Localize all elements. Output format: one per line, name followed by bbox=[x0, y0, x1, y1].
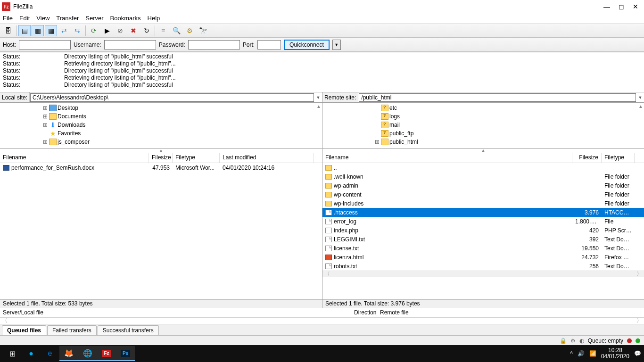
file-row[interactable]: LEGGIMI.txt392Text Docu... bbox=[322, 235, 644, 244]
tab-failed-transfers[interactable]: Failed transfers bbox=[47, 325, 97, 335]
menu-edit[interactable]: Edit bbox=[19, 15, 30, 22]
tree-item[interactable]: etc bbox=[322, 104, 644, 112]
site-manager-button[interactable]: 🗄 bbox=[2, 25, 14, 36]
disconnect-button[interactable]: ✖ bbox=[127, 25, 140, 36]
cancel-button[interactable]: ⊘ bbox=[114, 25, 126, 36]
gear-icon[interactable]: ⚙ bbox=[570, 337, 576, 344]
compare-button[interactable]: ⇆ bbox=[71, 25, 83, 36]
file-row[interactable]: wp-contentFile folder bbox=[322, 190, 644, 199]
file-row[interactable]: index.php420PHP Script bbox=[322, 226, 644, 235]
refresh-button[interactable]: ⟳ bbox=[88, 25, 100, 36]
horizontal-scrollbar[interactable]: 〈〉 bbox=[322, 271, 644, 277]
file-row[interactable]: wp-adminFile folder bbox=[322, 181, 644, 190]
toggle-queue-button[interactable]: ▦ bbox=[45, 25, 57, 36]
menu-server[interactable]: Server bbox=[85, 15, 103, 22]
search-icon[interactable]: 🔍 bbox=[170, 25, 182, 36]
column-header[interactable]: Server/Local file bbox=[0, 308, 351, 317]
tree-item[interactable]: mail bbox=[322, 121, 644, 129]
speedometer-icon[interactable]: ◐ bbox=[579, 337, 584, 344]
edge-icon[interactable]: e bbox=[41, 346, 59, 361]
file-row[interactable]: performance_for_SemRush.docx47.953Micros… bbox=[0, 163, 322, 172]
column-header[interactable]: Filetype bbox=[173, 153, 220, 163]
tree-item[interactable]: ⊞⬇Downloads bbox=[0, 121, 322, 129]
local-list-header: FilenameFilesizeFiletypeLast modified bbox=[0, 153, 322, 163]
settings-icon[interactable]: ⚙ bbox=[183, 25, 196, 36]
column-header[interactable]: Filetype bbox=[602, 153, 635, 163]
username-input[interactable] bbox=[104, 40, 156, 49]
column-header[interactable]: Last modified bbox=[220, 153, 314, 163]
remote-tree[interactable]: ▲ etclogsmailpublic_ftp⊞public_html bbox=[322, 103, 644, 149]
reconnect-button[interactable]: ↻ bbox=[140, 25, 153, 36]
local-file-list[interactable]: FilenameFilesizeFiletypeLast modified pe… bbox=[0, 153, 322, 299]
toggle-log-button[interactable]: ▤ bbox=[18, 25, 31, 36]
remote-file-list[interactable]: FilenameFilesizeFiletype ...well-knownFi… bbox=[322, 153, 644, 299]
tab-queued-files[interactable]: Queued files bbox=[2, 325, 46, 335]
tree-item[interactable]: logs bbox=[322, 112, 644, 121]
quickconnect-dropdown[interactable]: ▼ bbox=[332, 40, 341, 50]
file-row[interactable]: error_log1.800.622File bbox=[322, 217, 644, 226]
menu-bookmarks[interactable]: Bookmarks bbox=[110, 15, 141, 22]
tree-item[interactable]: ★Favorites bbox=[0, 129, 322, 138]
column-header[interactable]: Filesize bbox=[572, 153, 602, 163]
skype-icon[interactable]: ● bbox=[22, 346, 41, 361]
scroll-up-icon[interactable]: ▲ bbox=[638, 104, 643, 109]
file-row[interactable]: licenza.html24.732Firefox HT... bbox=[322, 253, 644, 262]
file-row[interactable]: license.txt19.550Text Docu... bbox=[322, 244, 644, 253]
transfer-pane[interactable]: Server/Local fileDirectionRemote file 〈〉 bbox=[0, 308, 644, 324]
close-button[interactable]: ✕ bbox=[633, 3, 638, 10]
menu-file[interactable]: File bbox=[3, 15, 13, 22]
start-button[interactable]: ⊞ bbox=[3, 346, 22, 361]
binoculars-icon[interactable]: 🔭 bbox=[197, 25, 209, 36]
tree-item[interactable]: ⊞js_composer bbox=[0, 138, 322, 146]
scroll-up-icon[interactable]: ▲ bbox=[316, 104, 321, 109]
lock-icon[interactable]: 🔒 bbox=[560, 337, 567, 344]
local-site-dropdown[interactable]: ▼ bbox=[314, 95, 322, 100]
splitter-grip[interactable]: ▲ bbox=[0, 149, 322, 153]
process-queue-button[interactable]: ▶ bbox=[101, 25, 113, 36]
volume-icon[interactable]: 🔊 bbox=[578, 350, 585, 357]
column-header[interactable]: Filename bbox=[322, 153, 572, 163]
column-header[interactable]: Direction bbox=[351, 308, 377, 317]
log-pane[interactable]: Status:Directory listing of "/public_htm… bbox=[0, 52, 644, 92]
host-input[interactable] bbox=[19, 40, 71, 49]
notifications-icon[interactable]: 💬 bbox=[634, 350, 641, 357]
tab-successful-transfers[interactable]: Successful transfers bbox=[98, 325, 159, 335]
quickconnect-button[interactable]: Quickconnect bbox=[284, 40, 330, 50]
maximize-button[interactable]: ◻ bbox=[619, 3, 624, 10]
tree-item[interactable]: ⊞Documents bbox=[0, 112, 322, 121]
column-header[interactable]: Filesize bbox=[149, 153, 173, 163]
file-row[interactable]: .htaccess3.976HTACCESS... bbox=[322, 208, 644, 217]
remote-site-input[interactable] bbox=[359, 93, 636, 102]
tree-item[interactable]: ⊞Desktop bbox=[0, 104, 322, 112]
filezilla-taskbar-icon[interactable]: Fz bbox=[97, 346, 116, 361]
tray-chevron-icon[interactable]: ^ bbox=[570, 350, 573, 357]
quickconnect-bar: Host: Username: Password: Port: Quickcon… bbox=[0, 38, 644, 52]
column-header[interactable]: Filename bbox=[0, 153, 149, 163]
splitter-grip[interactable]: ▲ bbox=[322, 149, 644, 153]
password-input[interactable] bbox=[188, 40, 240, 49]
firefox-icon[interactable]: 🦊 bbox=[59, 346, 78, 361]
port-input[interactable] bbox=[257, 40, 281, 49]
minimize-button[interactable]: — bbox=[603, 3, 610, 10]
filter-button[interactable]: ≡ bbox=[157, 25, 169, 36]
toggle-tree-button[interactable]: ▥ bbox=[32, 25, 44, 36]
local-site-input[interactable] bbox=[30, 93, 314, 102]
local-tree[interactable]: ▲ ⊞Desktop⊞Documents⊞⬇Downloads★Favorite… bbox=[0, 103, 322, 149]
transfer-hscroll[interactable]: 〈〉 bbox=[0, 318, 644, 323]
tree-item[interactable]: public_ftp bbox=[322, 129, 644, 138]
sync-browsing-button[interactable]: ⇄ bbox=[58, 25, 70, 36]
file-row[interactable]: .. bbox=[322, 163, 644, 172]
tree-item[interactable]: ⊞public_html bbox=[322, 138, 644, 146]
photoshop-icon[interactable]: Ps bbox=[116, 346, 135, 361]
file-row[interactable]: robots.txt256Text Docu... bbox=[322, 262, 644, 271]
column-header[interactable]: Remote file bbox=[377, 308, 641, 317]
menu-help[interactable]: Help bbox=[148, 15, 160, 22]
file-row[interactable]: wp-includesFile folder bbox=[322, 199, 644, 208]
menu-view[interactable]: View bbox=[36, 15, 50, 22]
network-icon[interactable]: 📶 bbox=[589, 350, 596, 357]
file-row[interactable]: .well-knownFile folder bbox=[322, 172, 644, 181]
clock[interactable]: 10:28 04/01/2020 bbox=[601, 347, 629, 360]
chrome-icon[interactable]: 🌐 bbox=[78, 346, 97, 361]
menu-transfer[interactable]: Transfer bbox=[56, 15, 79, 22]
remote-site-dropdown[interactable]: ▼ bbox=[636, 95, 644, 100]
